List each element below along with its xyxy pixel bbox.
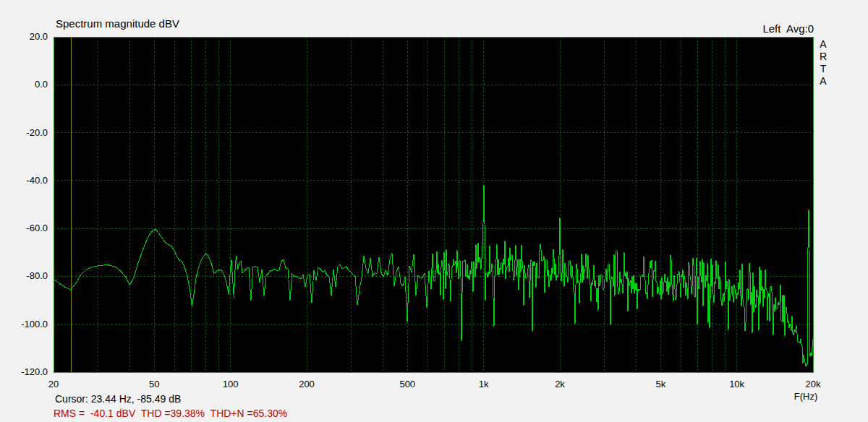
y-tick-label: -60.0 <box>0 223 48 233</box>
x-tick-label: 2k <box>555 379 565 389</box>
y-tick-label: 20.0 <box>0 31 48 42</box>
x-tick-label: 500 <box>399 379 415 389</box>
x-tick-label: 20 <box>48 379 59 389</box>
y-tick-label: -40.0 <box>0 175 48 186</box>
y-tick-label: -100.0 <box>0 319 48 330</box>
spectrum-plot[interactable] <box>0 0 868 422</box>
y-tick-label: 0.0 <box>0 79 48 90</box>
distortion-readout: RMS = -40.1 dBV THD =39.38% THD+N =65.30… <box>54 408 287 419</box>
spectrum-analyzer-window: Spectrum magnitude dBV Left Avg:0 A R T … <box>0 0 868 422</box>
x-tick-label: 10k <box>729 379 744 389</box>
x-tick-label: 20k <box>806 379 821 389</box>
x-tick-label: 200 <box>299 379 315 389</box>
x-tick-label: 1k <box>479 379 489 389</box>
plot-background <box>54 37 813 372</box>
y-tick-label: -80.0 <box>0 270 48 281</box>
y-tick-label: -20.0 <box>0 127 48 138</box>
cursor-readout: Cursor: 23.44 Hz, -85.49 dB <box>55 393 181 405</box>
x-tick-label: 50 <box>149 379 159 389</box>
x-axis-unit-label: F(Hz) <box>794 391 818 402</box>
y-tick-label: -120.0 <box>0 366 48 377</box>
x-tick-label: 5k <box>655 379 665 389</box>
x-tick-label: 100 <box>223 379 239 389</box>
